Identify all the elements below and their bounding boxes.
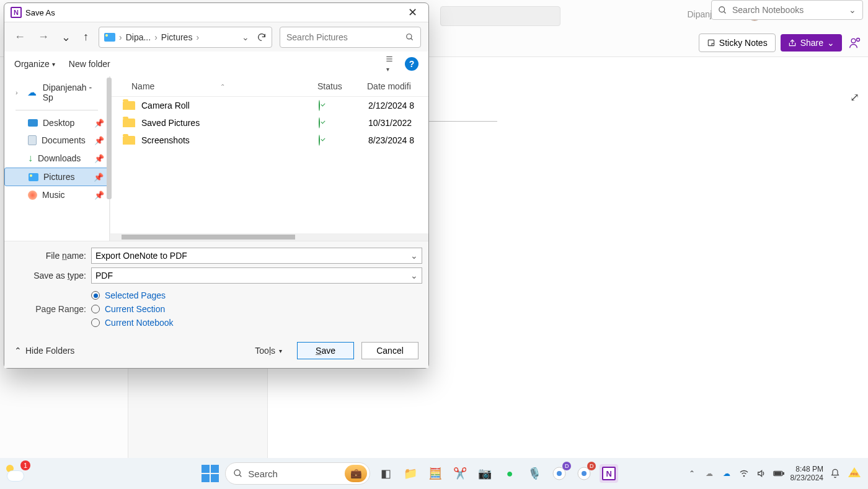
snipping-tool-button[interactable]: ✂️ <box>451 464 469 483</box>
sidebar-pictures-label: Pictures <box>43 172 75 182</box>
file-name: Screenshots <box>141 135 319 145</box>
breadcrumb-sep: › <box>154 32 157 42</box>
pre-icon[interactable]: PRE <box>847 466 862 481</box>
tray-overflow[interactable]: ⌃ <box>686 468 698 479</box>
share-label: Share <box>800 38 823 48</box>
battery-icon[interactable] <box>773 468 784 479</box>
organize-menu[interactable]: Organize ▾ <box>14 59 55 69</box>
sidebar-scrollbar[interactable] <box>107 78 112 199</box>
save-type-select[interactable]: PDF ⌄ <box>91 267 422 284</box>
dialog-body: › ☁ Dipanjenah - Sp Desktop 📌 Documents … <box>4 76 428 241</box>
chevron-up-icon: ⌃ <box>14 346 22 356</box>
task-view-button[interactable]: ◧ <box>376 464 395 483</box>
hide-folders-label: Hide Folders <box>25 346 74 356</box>
help-button[interactable]: ? <box>405 57 418 71</box>
save-type-value: PDF <box>95 271 113 280</box>
documents-icon <box>28 135 37 145</box>
sidebar-documents[interactable]: Documents 📌 <box>4 132 109 149</box>
horizontal-scrollbar[interactable] <box>110 233 428 241</box>
taskbar-weather[interactable]: 1 <box>6 462 29 485</box>
new-folder-button[interactable]: New folder <box>69 59 110 69</box>
file-name-input[interactable]: Export OneNote to PDF ⌄ <box>91 248 422 264</box>
breadcrumb-part1[interactable]: Dipa... <box>126 32 151 42</box>
sidebar-music[interactable]: Music 📌 <box>4 186 109 204</box>
dialog-close-button[interactable]: ✕ <box>403 4 422 20</box>
breadcrumb-sep: › <box>119 32 122 42</box>
radio-current-section[interactable]: Current Section <box>91 302 174 316</box>
onenote-taskbar-button[interactable]: N <box>600 464 618 483</box>
file-row[interactable]: Screenshots 8/23/2024 8 <box>110 132 428 149</box>
nav-recent-button[interactable]: ⌄ <box>59 28 73 47</box>
chevron-down-icon[interactable]: ⌄ <box>410 251 418 261</box>
svg-rect-2 <box>708 40 714 45</box>
folder-icon <box>123 136 135 145</box>
sidebar-downloads[interactable]: ↓ Downloads 📌 <box>4 149 109 168</box>
onenote-top-search[interactable] <box>440 6 560 26</box>
nav-forward-button[interactable]: → <box>35 28 51 46</box>
taskbar-search[interactable]: Search 💼 <box>225 462 370 485</box>
taskbar-clock[interactable]: 8:48 PM 8/23/2024 <box>790 465 823 483</box>
sidebar-desktop-label: Desktop <box>43 118 74 128</box>
start-button[interactable] <box>202 465 219 482</box>
calculator-button[interactable]: 🧮 <box>426 464 445 483</box>
chevron-right-icon: › <box>16 89 22 96</box>
spotify-button[interactable]: ● <box>500 464 519 483</box>
radio-icon <box>91 291 100 300</box>
breadcrumb-dropdown[interactable]: ⌄ <box>242 32 249 42</box>
sidebar-desktop[interactable]: Desktop 📌 <box>4 114 109 132</box>
folder-icon <box>123 119 135 127</box>
file-row[interactable]: Saved Pictures 10/31/2022 <box>110 114 428 132</box>
file-list: Name ⌃ Status Date modifi Camera Roll 2/… <box>110 76 428 241</box>
wifi-icon[interactable] <box>738 468 750 479</box>
nav-up-button[interactable]: ↑ <box>81 28 91 46</box>
chevron-down-icon: ⌄ <box>849 5 856 15</box>
search-notebooks[interactable]: Search Notebooks ⌄ <box>711 0 863 20</box>
volume-icon[interactable] <box>756 468 767 479</box>
dialog-form: File name: Export OneNote to PDF ⌄ Save … <box>4 241 428 333</box>
breadcrumb[interactable]: › Dipa... › Pictures › ⌄ <box>99 27 272 48</box>
radio-selected-pages[interactable]: Selected Pages <box>91 289 174 302</box>
onedrive-tray-icon[interactable]: ☁ <box>704 468 715 479</box>
sync-ok-icon <box>319 135 320 146</box>
sync-ok-icon <box>319 100 320 111</box>
save-button[interactable]: Save <box>297 342 354 359</box>
dialog-search[interactable]: Search Pictures <box>280 27 421 48</box>
sidebar-cloud[interactable]: › ☁ Dipanjenah - Sp <box>4 79 109 106</box>
file-row[interactable]: Camera Roll 2/12/2024 8 <box>110 97 428 114</box>
notifications-icon[interactable] <box>830 468 841 479</box>
scrollbar-thumb[interactable] <box>122 235 295 240</box>
sticky-notes-button[interactable]: Sticky Notes <box>699 34 776 52</box>
note-icon <box>707 38 715 47</box>
column-status-header[interactable]: Status <box>317 81 367 91</box>
breadcrumb-part2[interactable]: Pictures <box>161 32 193 42</box>
chevron-down-icon: ⌄ <box>827 38 835 48</box>
sidebar-pictures[interactable]: Pictures 📌 <box>4 168 109 186</box>
column-date-header[interactable]: Date modifi <box>367 81 420 91</box>
pin-icon: 📌 <box>94 173 104 182</box>
clock-time: 8:48 PM <box>790 465 823 473</box>
hide-folders-button[interactable]: ⌃ Hide Folders <box>14 346 74 356</box>
svg-point-3 <box>851 38 856 43</box>
mic-button[interactable]: 🎙️ <box>525 464 544 483</box>
chrome-profile1-button[interactable]: D <box>550 464 569 483</box>
refresh-icon <box>257 32 267 42</box>
sidebar-documents-label: Documents <box>42 135 86 145</box>
file-explorer-button[interactable]: 📁 <box>401 464 420 483</box>
camera-button[interactable]: 📷 <box>476 464 494 483</box>
desktop-icon <box>28 119 38 127</box>
activity-button[interactable] <box>847 35 863 51</box>
share-button[interactable]: Share ⌄ <box>781 34 842 52</box>
radio-current-notebook[interactable]: Current Notebook <box>91 316 174 330</box>
chrome-profile2-button[interactable]: D <box>575 464 593 483</box>
nav-back-button[interactable]: ← <box>12 28 28 46</box>
column-name-header[interactable]: Name ⌃ <box>131 81 317 91</box>
sync-ok-icon <box>319 117 320 128</box>
file-list-header: Name ⌃ Status Date modifi <box>110 76 428 97</box>
cancel-button[interactable]: Cancel <box>361 342 418 359</box>
tools-menu[interactable]: Tools ▾ <box>255 346 282 356</box>
view-menu[interactable]: ▾ <box>384 55 395 73</box>
onedrive-tray-icon-2[interactable]: ☁ <box>721 468 732 479</box>
chevron-down-icon[interactable]: ⌄ <box>410 271 418 280</box>
svg-point-5 <box>407 34 412 38</box>
refresh-button[interactable] <box>257 32 267 42</box>
